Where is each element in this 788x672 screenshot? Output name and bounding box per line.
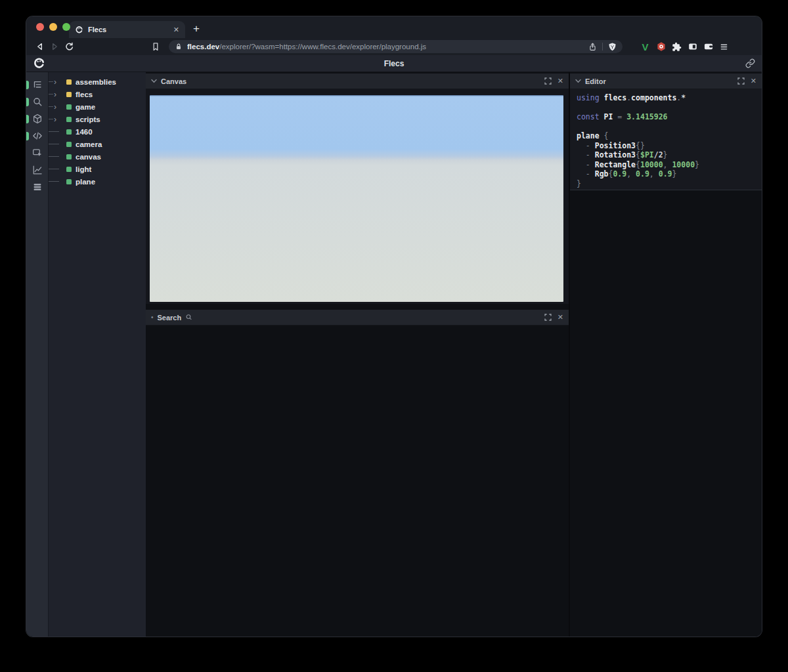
minimize-window-button[interactable] (49, 23, 57, 31)
canvas-panel-header: Canvas ✕ (146, 74, 569, 89)
search-panel-title: Search (158, 314, 182, 322)
canvas-panel: Canvas ✕ (146, 74, 569, 304)
brave-shield-icon[interactable] (607, 42, 617, 52)
search-panel: • Search ✕ (146, 310, 569, 326)
entity-tree-panel: ›assemblies›flecs›game›scripts1460camera… (49, 72, 146, 637)
tree-item-assemblies[interactable]: ›assemblies (49, 75, 146, 88)
tree-item-1460[interactable]: 1460 (49, 125, 146, 138)
chevron-down-icon[interactable] (151, 79, 157, 83)
entity-color-square (66, 129, 72, 135)
entity-color-square (66, 142, 72, 147)
tree-item-label: camera (76, 140, 102, 148)
code-line: - Rotation3{$PI/2} (577, 150, 755, 160)
tree-item-label: flecs (76, 91, 93, 98)
center-column: Canvas ✕ • Search (146, 72, 569, 637)
leaf-dash-icon (49, 131, 66, 132)
desktop: Flecs ✕ + flecs.dev/explorer/?wasm=https… (0, 0, 788, 672)
browser-toolbar: flecs.dev/explorer/?wasm=https://www.fle… (26, 38, 762, 55)
forward-icon[interactable] (47, 40, 62, 53)
bookmark-icon[interactable] (148, 40, 163, 53)
browser-tab[interactable]: Flecs ✕ (69, 21, 185, 38)
tab-close-icon[interactable]: ✕ (173, 26, 179, 34)
tab-strip: Flecs ✕ + (26, 16, 762, 38)
code-icon[interactable] (26, 127, 48, 144)
expand-chevron-icon[interactable]: › (49, 104, 66, 110)
expand-icon[interactable] (544, 314, 552, 321)
extension-icons: V (640, 41, 730, 52)
chevron-down-icon[interactable] (575, 79, 581, 83)
leaf-dash-icon (49, 156, 66, 157)
entity-color-square (66, 179, 72, 184)
wallet-icon[interactable] (703, 41, 714, 52)
tree-item-camera[interactable]: camera (49, 138, 146, 150)
url-domain: flecs.dev (187, 43, 219, 51)
canvas-body (146, 89, 569, 304)
entity-tree-icon[interactable] (26, 76, 48, 93)
entity-color-square (66, 92, 72, 97)
entity-color-square (66, 79, 72, 85)
tab-title: Flecs (88, 26, 169, 33)
lock-icon (174, 42, 183, 51)
flecs-favicon (75, 26, 83, 34)
back-icon[interactable] (33, 40, 47, 53)
tree-item-label: assemblies (76, 78, 116, 86)
entity-color-square (66, 154, 72, 159)
tree-item-scripts[interactable]: ›scripts (49, 113, 146, 125)
tree-item-game[interactable]: ›game (49, 100, 146, 113)
tree-list: ›assemblies›flecs›game›scripts1460camera… (49, 75, 146, 188)
tree-item-plane[interactable]: plane (49, 175, 146, 188)
left-icon-sidebar (26, 72, 49, 637)
sidebar-toggle-icon[interactable] (687, 41, 698, 52)
page-title: Flecs (26, 59, 762, 68)
close-window-button[interactable] (36, 23, 44, 31)
code-line: } (577, 179, 755, 189)
inspector-icon[interactable] (26, 144, 48, 161)
code-line: - Rgb{0.9, 0.9, 0.9} (577, 169, 755, 179)
search-icon[interactable] (26, 93, 48, 110)
share-icon[interactable] (588, 42, 598, 52)
canvas-panel-title: Canvas (161, 77, 186, 85)
code-editor[interactable]: using flecs.components.* const PI = 3.14… (570, 89, 762, 190)
search-magnifier-icon (185, 314, 192, 321)
extension-red-icon[interactable] (655, 41, 667, 52)
tree-item-light[interactable]: light (49, 163, 146, 175)
code-line: plane { (577, 131, 755, 141)
code-line (577, 103, 755, 113)
stats-chart-icon[interactable] (26, 161, 48, 178)
traffic-lights (36, 23, 70, 31)
collapsed-dot-icon: • (151, 314, 154, 321)
close-icon[interactable]: ✕ (751, 77, 756, 85)
reload-icon[interactable] (62, 40, 76, 53)
code-line (577, 122, 755, 132)
expand-chevron-icon[interactable]: › (49, 116, 66, 123)
tree-item-flecs[interactable]: ›flecs (49, 88, 146, 100)
code-line: - Position3{} (577, 141, 755, 151)
search-panel-header[interactable]: • Search ✕ (146, 310, 569, 326)
entity-color-square (66, 117, 72, 122)
tables-icon[interactable] (26, 178, 48, 196)
tree-item-label: 1460 (76, 128, 93, 136)
entity-color-square (66, 167, 72, 172)
tree-item-label: canvas (76, 153, 101, 161)
expand-icon[interactable] (737, 77, 745, 85)
cube-icon[interactable] (26, 110, 48, 127)
vimium-icon[interactable]: V (640, 41, 651, 52)
code-line: - Rectangle{10000, 10000} (577, 160, 755, 170)
tree-item-label: scripts (76, 116, 100, 123)
expand-chevron-icon[interactable]: › (49, 79, 66, 85)
canvas-3d-render[interactable] (150, 95, 563, 302)
close-icon[interactable]: ✕ (558, 77, 563, 85)
tree-item-label: game (76, 103, 95, 111)
code-block: using flecs.components.* const PI = 3.14… (577, 93, 755, 188)
tree-item-canvas[interactable]: canvas (49, 150, 146, 163)
address-bar[interactable]: flecs.dev/explorer/?wasm=https://www.fle… (169, 40, 623, 53)
leaf-dash-icon (49, 169, 66, 169)
menu-icon[interactable] (718, 41, 730, 52)
expand-icon[interactable] (544, 77, 552, 85)
app-content: ›assemblies›flecs›game›scripts1460camera… (26, 72, 762, 637)
expand-chevron-icon[interactable]: › (49, 91, 66, 98)
zoom-window-button[interactable] (62, 23, 70, 31)
close-icon[interactable]: ✕ (558, 314, 563, 321)
extensions-puzzle-icon[interactable] (671, 41, 682, 52)
new-tab-button[interactable]: + (193, 22, 200, 35)
